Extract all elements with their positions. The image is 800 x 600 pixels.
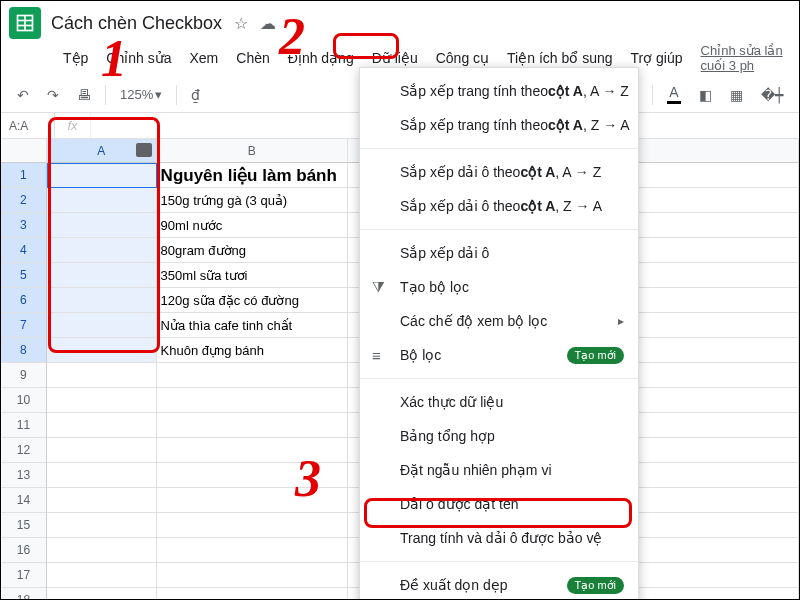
row-header[interactable]: 10: [1, 388, 47, 413]
row-header[interactable]: 8: [1, 338, 47, 363]
row-header[interactable]: 3: [1, 213, 47, 238]
menu-file[interactable]: Tệp: [55, 46, 96, 70]
menu-edit[interactable]: Chỉnh sửa: [98, 46, 179, 70]
column-menu-icon[interactable]: [136, 143, 152, 157]
undo-button[interactable]: ↶: [11, 83, 35, 107]
cell-E8[interactable]: [627, 338, 799, 363]
cell-E16[interactable]: [627, 538, 799, 563]
row-header[interactable]: 7: [1, 313, 47, 338]
zoom-select[interactable]: 125% ▾: [114, 83, 168, 106]
cell-E18[interactable]: [627, 588, 799, 600]
cell-A1[interactable]: [47, 163, 157, 188]
cell-A4[interactable]: [47, 238, 157, 263]
cell-B11[interactable]: [157, 413, 349, 438]
menu-view[interactable]: Xem: [182, 46, 227, 70]
row-header[interactable]: 11: [1, 413, 47, 438]
name-box[interactable]: A:A: [1, 113, 55, 138]
row-header[interactable]: 17: [1, 563, 47, 588]
cell-B17[interactable]: [157, 563, 349, 588]
format-as-currency-button[interactable]: ₫: [185, 83, 206, 107]
cell-A5[interactable]: [47, 263, 157, 288]
row-header[interactable]: 4: [1, 238, 47, 263]
cell-B3[interactable]: 90ml nước: [157, 213, 349, 238]
row-header[interactable]: 18: [1, 588, 47, 600]
row-header[interactable]: 6: [1, 288, 47, 313]
cell-A14[interactable]: [47, 488, 157, 513]
cell-E3[interactable]: [627, 213, 799, 238]
row-header[interactable]: 13: [1, 463, 47, 488]
cell-B2[interactable]: 150g trứng gà (3 quả): [157, 188, 349, 213]
cell-A12[interactable]: [47, 438, 157, 463]
row-header[interactable]: 14: [1, 488, 47, 513]
cell-E5[interactable]: [627, 263, 799, 288]
menu-protected-sheets[interactable]: Trang tính và dải ô được bảo vệ: [360, 521, 638, 555]
cell-A16[interactable]: [47, 538, 157, 563]
cell-E12[interactable]: [627, 438, 799, 463]
text-color-button[interactable]: A: [661, 81, 687, 108]
cell-A15[interactable]: [47, 513, 157, 538]
cell-B16[interactable]: [157, 538, 349, 563]
print-button[interactable]: 🖶: [71, 83, 97, 107]
cell-B1[interactable]: Nguyên liệu làm bánh: [157, 163, 349, 188]
row-header[interactable]: 16: [1, 538, 47, 563]
menu-sort-range-za[interactable]: Sắp xếp dải ô theo cột A, Z → A: [360, 189, 638, 223]
document-title[interactable]: Cách chèn Checkbox: [51, 13, 222, 34]
cell-A2[interactable]: [47, 188, 157, 213]
fill-color-button[interactable]: ◧: [693, 83, 718, 107]
cell-A13[interactable]: [47, 463, 157, 488]
cell-A10[interactable]: [47, 388, 157, 413]
menu-sort-range-az[interactable]: Sắp xếp dải ô theo cột A, A → Z: [360, 155, 638, 189]
cell-E11[interactable]: [627, 413, 799, 438]
row-header[interactable]: 12: [1, 438, 47, 463]
col-header-A[interactable]: A: [47, 139, 157, 163]
cell-A8[interactable]: [47, 338, 157, 363]
cell-E1[interactable]: [627, 163, 799, 188]
menu-sort-range-adv[interactable]: Sắp xếp dải ô: [360, 236, 638, 270]
cell-B10[interactable]: [157, 388, 349, 413]
menu-cleanup-suggestions[interactable]: Đề xuất dọn dẹpTạo mới: [360, 568, 638, 600]
row-header[interactable]: 5: [1, 263, 47, 288]
cell-B18[interactable]: [157, 588, 349, 600]
cell-B13[interactable]: [157, 463, 349, 488]
cell-A18[interactable]: [47, 588, 157, 600]
cell-E6[interactable]: [627, 288, 799, 313]
cell-A9[interactable]: [47, 363, 157, 388]
select-all-corner[interactable]: [1, 139, 47, 163]
cell-E10[interactable]: [627, 388, 799, 413]
cell-B7[interactable]: Nửa thìa cafe tinh chất: [157, 313, 349, 338]
sheets-app-icon[interactable]: [9, 7, 41, 39]
col-header-B[interactable]: B: [157, 139, 349, 163]
cloud-saved-icon[interactable]: ☁: [260, 14, 276, 33]
cell-B9[interactable]: [157, 363, 349, 388]
menu-slicer[interactable]: ≡Bộ lọcTạo mới: [360, 338, 638, 372]
col-header-E[interactable]: [627, 139, 799, 163]
last-edit-link[interactable]: Chỉnh sửa lần cuối 3 ph: [701, 43, 791, 73]
menu-filter-views[interactable]: Các chế độ xem bộ lọc▸: [360, 304, 638, 338]
cell-B15[interactable]: [157, 513, 349, 538]
menu-sort-sheet-az[interactable]: Sắp xếp trang tính theo cột A, A → Z: [360, 74, 638, 108]
cell-B12[interactable]: [157, 438, 349, 463]
menu-named-ranges[interactable]: Dải ô được đặt tên: [360, 487, 638, 521]
cell-E14[interactable]: [627, 488, 799, 513]
borders-button[interactable]: ▦: [724, 83, 749, 107]
cell-A3[interactable]: [47, 213, 157, 238]
cell-E9[interactable]: [627, 363, 799, 388]
menu-pivot-table[interactable]: Bảng tổng hợp: [360, 419, 638, 453]
star-icon[interactable]: ☆: [232, 12, 250, 35]
menu-sort-sheet-za[interactable]: Sắp xếp trang tính theo cột A, Z → A: [360, 108, 638, 142]
menu-insert[interactable]: Chèn: [228, 46, 277, 70]
cell-E2[interactable]: [627, 188, 799, 213]
cell-B6[interactable]: 120g sữa đặc có đường: [157, 288, 349, 313]
cell-E17[interactable]: [627, 563, 799, 588]
row-header[interactable]: 15: [1, 513, 47, 538]
cell-E7[interactable]: [627, 313, 799, 338]
cell-A17[interactable]: [47, 563, 157, 588]
cell-B4[interactable]: 80gram đường: [157, 238, 349, 263]
menu-randomize-range[interactable]: Đặt ngẫu nhiên phạm vi: [360, 453, 638, 487]
cell-B14[interactable]: [157, 488, 349, 513]
redo-button[interactable]: ↷: [41, 83, 65, 107]
cell-E15[interactable]: [627, 513, 799, 538]
cell-E4[interactable]: [627, 238, 799, 263]
cell-A7[interactable]: [47, 313, 157, 338]
cell-E13[interactable]: [627, 463, 799, 488]
